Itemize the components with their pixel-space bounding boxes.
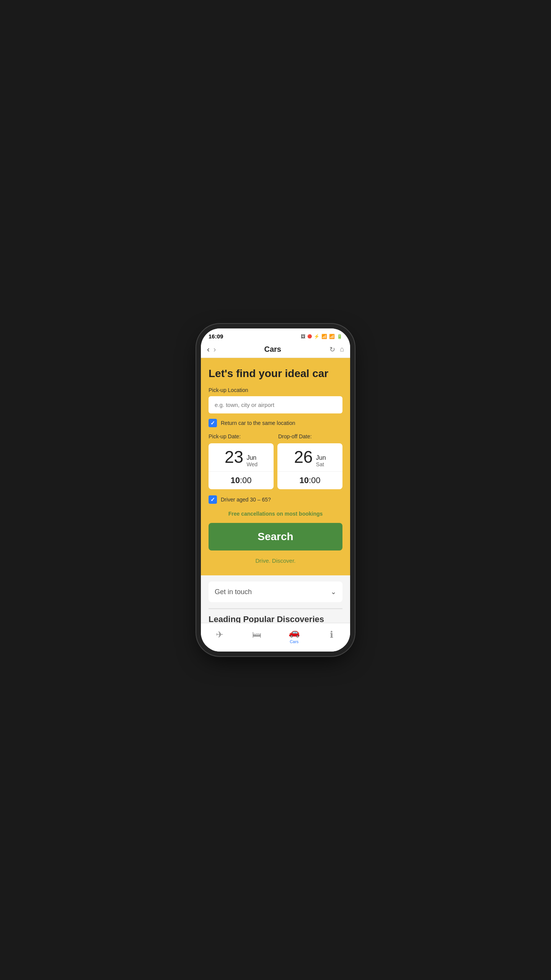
date-headers: Pick-up Date: Drop-off Date: [209, 433, 342, 439]
bottom-nav: ✈ 🛏 🚗 Cars ℹ [201, 623, 350, 652]
date-cards: 23 Jun Wed 10:00 26 [209, 443, 342, 490]
status-time: 16:09 [209, 333, 223, 340]
page-title: Cars [216, 345, 329, 354]
dropoff-weekday: Sat [316, 461, 326, 467]
pickup-location-input[interactable] [209, 396, 342, 413]
dropoff-date-header: Drop-off Date: [278, 433, 342, 439]
nav-item-flights[interactable]: ✈ [201, 629, 238, 642]
status-icons: 🖼 🔴 ⚡ 📶 📶 🔋 [301, 334, 342, 339]
driver-age-label: Driver aged 30 – 65? [221, 497, 271, 503]
cars-icon: 🚗 [289, 627, 300, 638]
forward-button[interactable]: › [214, 345, 216, 354]
battery-icon: 🔋 [337, 334, 342, 339]
hero-title: Let's find your ideal car [209, 367, 342, 380]
pickup-time: 10:00 [230, 475, 251, 485]
partial-section: Leading Popular Discoveries [201, 608, 350, 623]
free-cancellation-text: Free cancellations on most bookings [209, 511, 342, 517]
status-bar: 16:09 🖼 🔴 ⚡ 📶 📶 🔋 [201, 328, 350, 342]
pickup-location-label: Pick-up Location [209, 387, 342, 393]
dropoff-day: 26 [294, 449, 313, 466]
back-button[interactable]: ‹ [207, 345, 210, 354]
dropoff-month-weekday: Jun Sat [316, 454, 326, 467]
info-icon: ℹ [330, 629, 333, 640]
driver-age-checkmark-icon: ✓ [210, 497, 215, 503]
nav-item-hotels[interactable]: 🛏 [238, 629, 276, 642]
pickup-date-header: Pick-up Date: [209, 433, 273, 439]
pickup-month: Jun [246, 454, 258, 461]
dropoff-month: Jun [316, 454, 326, 461]
signal-icon: 📶 [329, 334, 335, 339]
return-same-location-checkbox[interactable]: ✓ [209, 419, 217, 427]
pickup-weekday: Wed [246, 461, 258, 467]
refresh-button[interactable]: ↻ [329, 345, 335, 354]
nav-item-info[interactable]: ℹ [313, 629, 350, 642]
main-content: Let's find your ideal car Pick-up Locati… [201, 358, 350, 623]
pickup-day: 23 [225, 449, 243, 466]
get-in-touch-section: Get in touch ⌄ [201, 575, 350, 608]
phone-frame: 16:09 🖼 🔴 ⚡ 📶 📶 🔋 ‹ › Cars ↻ ⌂ Let's fin… [201, 328, 350, 652]
search-button[interactable]: Search [209, 523, 342, 550]
wifi-icon: 📶 [321, 334, 327, 339]
tagline: Drive. Discover. [209, 557, 342, 564]
notification-icon: 🔴 [307, 334, 312, 338]
checkmark-icon: ✓ [210, 420, 215, 426]
nav-actions: ↻ ⌂ [329, 345, 344, 354]
hero-section: Let's find your ideal car Pick-up Locati… [201, 358, 350, 575]
dropoff-time: 10:00 [299, 475, 320, 485]
gallery-icon: 🖼 [301, 334, 305, 339]
partial-section-title: Leading Popular Discoveries [209, 608, 342, 623]
flights-icon: ✈ [216, 629, 223, 640]
nav-bar: ‹ › Cars ↻ ⌂ [201, 342, 350, 358]
driver-age-row: ✓ Driver aged 30 – 65? [209, 495, 342, 504]
nav-item-cars[interactable]: 🚗 Cars [276, 627, 313, 644]
return-same-location-label: Return car to the same location [221, 420, 295, 426]
dropoff-date-card[interactable]: 26 Jun Sat 10:00 [277, 443, 342, 490]
get-in-touch-label: Get in touch [215, 588, 252, 596]
pickup-date-top: 23 Jun Wed [209, 443, 274, 472]
pickup-time-bottom: 10:00 [209, 472, 274, 489]
get-in-touch-row[interactable]: Get in touch ⌄ [209, 581, 342, 602]
dropoff-date-top: 26 Jun Sat [277, 443, 342, 472]
cars-label: Cars [290, 639, 298, 644]
return-same-location-row: ✓ Return car to the same location [209, 419, 342, 427]
driver-age-checkbox[interactable]: ✓ [209, 495, 217, 504]
hotels-icon: 🛏 [252, 629, 261, 640]
pickup-month-weekday: Jun Wed [246, 454, 258, 467]
chevron-down-icon: ⌄ [331, 588, 336, 596]
pickup-date-card[interactable]: 23 Jun Wed 10:00 [209, 443, 274, 490]
bluetooth-icon: ⚡ [314, 334, 320, 339]
dropoff-time-bottom: 10:00 [277, 472, 342, 489]
home-button[interactable]: ⌂ [340, 345, 344, 353]
nav-controls: ‹ › [207, 345, 216, 354]
